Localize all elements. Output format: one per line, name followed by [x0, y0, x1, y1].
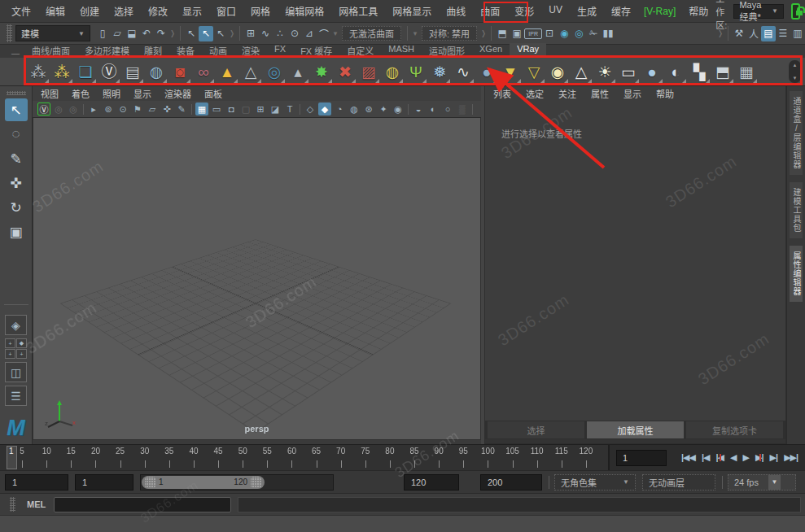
grip-handle[interactable]: [7, 24, 12, 42]
play-forwards-button[interactable]: ▶: [740, 452, 752, 463]
attr-menu-关注[interactable]: 关注: [558, 87, 576, 100]
anim-layer-dropdown[interactable]: 无动画层: [642, 474, 715, 491]
attr-menu-显示[interactable]: 显示: [623, 87, 641, 100]
modeling-toolkit-toggle-icon[interactable]: ▥: [790, 26, 805, 41]
shelf-icon-area-lamp[interactable]: ▼: [499, 60, 522, 84]
playback-start-field[interactable]: 1: [75, 474, 133, 491]
snap-view-plane-icon[interactable]: ⊿: [302, 26, 317, 41]
command-input[interactable]: [54, 497, 231, 512]
menu-item[interactable]: 文件: [4, 4, 38, 18]
range-slider[interactable]: 1 120: [140, 474, 334, 491]
shelf-icon-export-proxy[interactable]: ⁂: [50, 60, 73, 84]
expander-icon[interactable]: ❭: [479, 26, 488, 41]
unknown-a-icon[interactable]: ◎: [52, 102, 65, 116]
layout-mini-button[interactable]: ◆: [16, 338, 27, 348]
undo-icon[interactable]: ↶: [139, 26, 154, 41]
shelf-icon-dome-light[interactable]: ◍: [145, 60, 168, 84]
workspace-select[interactable]: Maya 经典* ▼: [733, 4, 783, 19]
menu-help[interactable]: 帮助: [681, 4, 715, 18]
current-frame-field[interactable]: 1: [616, 450, 667, 466]
shelf-tab-FX[interactable]: FX: [267, 43, 293, 58]
layout-outliner-button[interactable]: ☰: [5, 386, 27, 406]
range-slider-active[interactable]: 1 120: [142, 476, 265, 489]
shelf-icon-fur[interactable]: Ψ: [405, 60, 427, 84]
sidebar-tab-通道盒/层编辑器[interactable]: 通道盒/层编辑器: [790, 91, 803, 175]
shelf-icon-checker-map[interactable]: ▚: [688, 60, 711, 84]
step-back-key-button[interactable]: |◀: [713, 452, 728, 463]
shelf-icon-spline[interactable]: ∿: [452, 60, 475, 84]
shelf-tab-多边形建模[interactable]: 多边形建模: [77, 43, 137, 58]
menu-item[interactable]: 编辑网格: [278, 4, 331, 18]
arrow-down-2-icon[interactable]: ▾: [411, 26, 419, 41]
layout-mini-button[interactable]: +: [16, 349, 27, 359]
menu-item[interactable]: 选择: [107, 4, 141, 18]
channel-box-toggle-icon[interactable]: ▤: [761, 26, 776, 41]
menu-item[interactable]: 显示: [175, 4, 209, 18]
button-选择[interactable]: 选择: [488, 421, 584, 438]
lock-camera-icon[interactable]: ⊚: [102, 102, 115, 116]
menu-item[interactable]: 编辑: [38, 4, 72, 18]
attr-menu-属性[interactable]: 属性: [591, 87, 609, 100]
range-handle-right[interactable]: [251, 477, 261, 488]
grip-handle[interactable]: [10, 497, 15, 512]
viewport-3d-view[interactable]: x z persp: [33, 118, 481, 440]
all-lights-icon[interactable]: ◍: [348, 102, 361, 116]
animation-end-field[interactable]: 200: [480, 474, 542, 491]
sidebar-tab-属性编辑器[interactable]: 属性编辑器: [790, 246, 803, 302]
menu-item[interactable]: 窗口: [209, 4, 243, 18]
ipr-render-icon[interactable]: IPR: [524, 28, 542, 39]
shelf-icon-physical-camera[interactable]: ◙: [168, 60, 191, 84]
shelf-icon-light-lister[interactable]: ▤: [121, 60, 144, 84]
snap-curve-icon[interactable]: ∿: [258, 26, 273, 41]
shelf-tab-XGen[interactable]: XGen: [472, 43, 510, 58]
sidebar-tab-建模工具包[interactable]: 建模工具包: [790, 182, 803, 238]
character-controls-icon[interactable]: 人: [746, 26, 761, 41]
menu-item[interactable]: 曲面: [473, 4, 507, 18]
shelf-tab-VRay[interactable]: VRay: [510, 43, 546, 58]
shelf-icon-vray-logo[interactable]: Ⓥ: [98, 60, 120, 84]
fps-dropdown[interactable]: 24 fps ▼: [728, 474, 796, 491]
resolution-gate-icon[interactable]: ▭: [210, 102, 223, 116]
shaded-mode-icon[interactable]: ◆: [318, 102, 331, 116]
shelf-icon-metaball[interactable]: ❅: [428, 60, 451, 84]
grease-pencil-icon[interactable]: ✎: [175, 102, 188, 116]
go-to-start-button[interactable]: |◀◀: [678, 452, 698, 463]
go-to-end-button[interactable]: ▶▶|: [781, 452, 801, 463]
wireframe-mode-icon[interactable]: ◇: [304, 102, 317, 116]
safe-action-icon[interactable]: ⊞: [254, 102, 267, 116]
render-current-frame-icon[interactable]: ▣: [510, 26, 524, 41]
shelf-icon-scatter[interactable]: ✸: [310, 60, 333, 84]
menu-item[interactable]: UV: [541, 4, 570, 18]
shelf-icon-geo-sphere[interactable]: ◍: [381, 60, 404, 84]
menu-item[interactable]: 网格显示: [385, 4, 439, 18]
pause-icon[interactable]: ▮▮: [601, 26, 615, 41]
animation-start-field[interactable]: 1: [5, 474, 68, 491]
camera-attributes-icon[interactable]: ⊙: [116, 102, 129, 116]
vray-vfb-icon[interactable]: Ⓥ: [37, 102, 50, 116]
shelf-tab-动画[interactable]: 动画: [202, 43, 234, 58]
snap-point-icon[interactable]: ∴: [273, 26, 287, 41]
save-scene-icon[interactable]: ⬓: [125, 26, 139, 41]
playback-end-field[interactable]: 120: [404, 474, 459, 491]
render-view-icon[interactable]: ⬒: [495, 26, 510, 41]
arrow-down-icon[interactable]: ▾: [331, 26, 339, 41]
scroll-down-icon[interactable]: ▼: [793, 76, 798, 81]
shelf-icon-mesh-light[interactable]: △: [239, 60, 262, 84]
motion-blur-icon[interactable]: ◉: [392, 102, 405, 116]
current-time-marker[interactable]: 1: [7, 446, 17, 469]
step-forward-key-button[interactable]: ▶|: [752, 452, 767, 463]
snap-center-icon[interactable]: ⊙: [287, 26, 302, 41]
shelf-tab-雕刻[interactable]: 雕刻: [137, 43, 169, 58]
lasso-tool-icon[interactable]: ◌: [5, 123, 28, 146]
render-setup-icon[interactable]: ◎: [571, 26, 586, 41]
film-gate-icon[interactable]: ▦: [195, 102, 208, 116]
menu-item[interactable]: 网格: [243, 4, 278, 18]
all-lighting-icon[interactable]: ◐: [427, 102, 440, 116]
safe-title-icon[interactable]: ◪: [269, 102, 282, 116]
expander-icon[interactable]: ❭: [228, 26, 236, 41]
viewport-menu-面板[interactable]: 面板: [204, 87, 230, 100]
shelf-icon-ies-light[interactable]: △: [570, 60, 593, 84]
snap-grid-icon[interactable]: ⊞: [243, 26, 258, 41]
field-chart-icon[interactable]: ▢: [239, 102, 252, 116]
expander-icon[interactable]: ❭: [168, 26, 177, 41]
